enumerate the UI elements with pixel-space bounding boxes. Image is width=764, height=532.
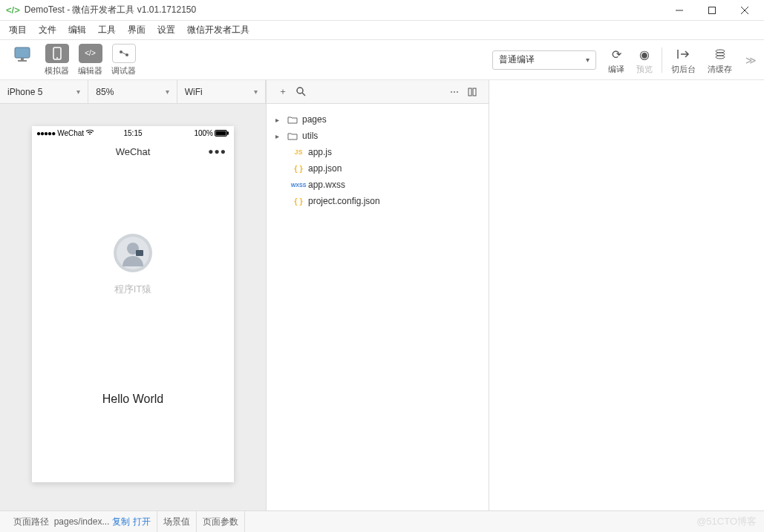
titlebar: </> DemoTest - 微信开发者工具 v1.01.1712150 [0,0,764,21]
phone-preview[interactable]: ●●●●● WeChat 15:15 100% WeChat ●●● [32,126,234,482]
svg-rect-16 [216,131,226,135]
file-app-js[interactable]: JSapp.js [270,144,486,160]
svg-rect-17 [227,131,229,134]
debugger-label: 调试器 [111,65,136,76]
svg-line-11 [121,52,127,55]
svg-line-22 [302,93,305,96]
menubar: 项目 文件 编辑 工具 界面 设置 微信开发者工具 [0,21,764,40]
svg-point-13 [716,53,725,56]
svg-rect-4 [15,47,30,58]
simulator-button[interactable]: 模拟器 [45,44,69,76]
editor-button[interactable]: </> 编辑器 [78,44,102,76]
file-app-wxss[interactable]: WXSSapp.wxss [270,177,486,193]
menu-wxtools[interactable]: 微信开发者工具 [181,22,255,39]
copy-link[interactable]: 复制 [112,516,130,528]
device-select[interactable]: iPhone 5▾ [0,80,88,103]
refresh-icon: ⟳ [612,45,621,64]
minimize-button[interactable] [663,0,696,21]
collapse-button[interactable] [463,83,481,101]
watermark-text: @51CTO博客 [696,515,757,528]
svg-rect-6 [18,60,27,62]
folder-utils[interactable]: ▸utils [270,128,486,144]
eye-icon: ◉ [639,45,650,64]
compile-button[interactable]: ⟳ 编译 [608,45,624,75]
menu-settings[interactable]: 设置 [151,22,181,39]
clear-cache-button[interactable]: 清缓存 [708,45,732,75]
editor-area[interactable] [489,80,764,510]
editor-label: 编辑器 [78,65,102,76]
open-link[interactable]: 打开 [133,516,151,528]
menu-tools[interactable]: 工具 [92,22,122,39]
svg-point-14 [716,56,725,59]
page-params-button[interactable]: 页面参数 [197,511,245,532]
file-project-config[interactable]: { }project.config.json [270,193,486,209]
nickname-text: 程序IT猿 [114,283,152,296]
zoom-select[interactable]: 85%▾ [88,80,177,103]
battery-icon [215,130,229,137]
svg-point-21 [297,88,303,93]
footer: 页面路径 pages/index... 复制 打开 场景值 页面参数 @51CT… [0,510,764,532]
window-title: DemoTest - 微信开发者工具 v1.01.1712150 [25,4,663,16]
new-file-button[interactable]: ＋ [274,83,292,101]
more-options-button[interactable]: ⋯ [445,83,463,101]
network-select[interactable]: WiFi▾ [177,80,266,103]
avatar [114,234,152,272]
menu-edit[interactable]: 编辑 [62,22,92,39]
file-tree: ▸pages ▸utils JSapp.js { }app.json WXSSa… [267,104,489,217]
close-button[interactable] [728,0,761,21]
page-path-value: pages/index... [54,516,110,527]
file-app-json[interactable]: { }app.json [270,160,486,177]
scene-value-button[interactable]: 场景值 [157,511,197,532]
svg-rect-24 [473,88,476,96]
signal-icon: ●●●●● [36,129,55,137]
toolbar: . 模拟器 </> 编辑器 调试器 普通编译 ▾ ⟳ 编译 ◉ 预览 切后台 清… [0,40,764,80]
more-dots-icon[interactable]: ●●● [208,146,226,157]
svg-rect-5 [21,58,24,60]
more-chevron-icon[interactable]: ≫ [745,54,757,66]
simulator-label: 模拟器 [45,65,69,76]
hello-text: Hello World [102,393,163,406]
menu-interface[interactable]: 界面 [122,22,151,39]
svg-rect-1 [709,7,716,13]
phone-nav-bar: WeChat ●●● [32,139,234,163]
stack-icon [714,45,726,64]
status-time: 15:15 [123,129,142,137]
svg-point-8 [56,57,58,59]
background-button[interactable]: 切后台 [671,45,696,75]
app-logo-icon: </> [6,4,20,16]
device-icon-button[interactable]: . [12,45,36,75]
arrow-right-bracket-icon [677,45,690,64]
folder-pages[interactable]: ▸pages [270,111,486,128]
preview-button[interactable]: ◉ 预览 [636,45,653,75]
compile-mode-value: 普通编译 [499,53,535,66]
phone-status-bar: ●●●●● WeChat 15:15 100% [32,126,234,139]
simulator-panel: iPhone 5▾ 85%▾ WiFi▾ ●●●●● WeChat 15:15 … [0,80,267,510]
wifi-icon [85,129,94,137]
search-button[interactable] [292,83,310,101]
chevron-down-icon: ▾ [586,56,590,64]
debugger-button[interactable]: 调试器 [111,44,136,76]
file-explorer: ＋ ⋯ ▸pages ▸utils JSapp.js { }app.json W… [267,80,489,510]
menu-file[interactable]: 文件 [33,22,62,39]
menu-project[interactable]: 项目 [3,22,33,39]
compile-mode-select[interactable]: 普通编译 ▾ [492,50,596,70]
svg-rect-20 [136,250,143,256]
svg-rect-23 [468,88,471,96]
svg-point-12 [716,50,725,53]
page-path-label: 页面路径 [13,516,49,528]
maximize-button[interactable] [696,0,728,21]
